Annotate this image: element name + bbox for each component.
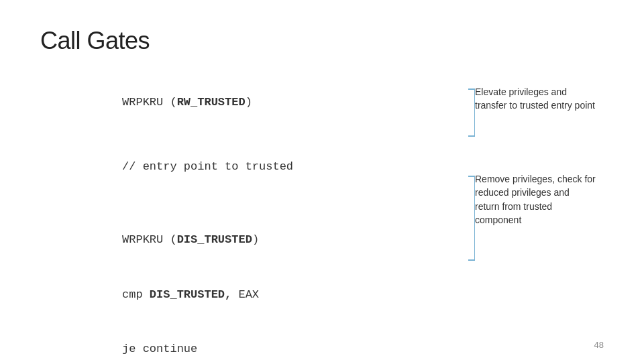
code-line-wrpkru-rw: WRPKRU (RW_TRUSTED) [54,75,456,130]
code-text-cmp-pre: cmp [122,288,150,301]
annotation-group-2: Remove privileges, check for reduced pri… [463,169,604,269]
code-text-dis-trusted-2: DIS_TRUSTED, [150,288,231,301]
code-text-wrpkru-rw-end: ) [246,96,252,109]
code-line-wrpkru-dis: WRPKRU (DIS_TRUSTED) [54,213,456,267]
code-text-wrpkru-dis-pre: WRPKRU ( [122,233,177,246]
bracket-1 [463,82,475,142]
slide-title: Call Gates [40,27,604,55]
code-line-je: je continue [54,322,456,362]
page-number: 48 [594,340,604,350]
code-text-wrpkru-dis-end: ) [252,233,259,246]
code-text-je: je continue [122,343,197,355]
bracket-2 [463,169,475,266]
annotation-text-1: Elevate privileges and transfer to trust… [475,82,596,113]
code-text-rw-trusted: RW_TRUSTED [177,96,246,109]
annotations-section: Elevate privileges and transfer to trust… [456,75,604,362]
code-block-1: WRPKRU (RW_TRUSTED) // entry point to tr… [54,75,456,194]
code-text-comment: // entry point to trusted [122,160,293,173]
content-area: WRPKRU (RW_TRUSTED) // entry point to tr… [40,75,604,362]
code-block-2: WRPKRU (DIS_TRUSTED) cmp DIS_TRUSTED, EA… [54,213,456,362]
code-section: WRPKRU (RW_TRUSTED) // entry point to tr… [40,75,456,362]
annotation-text-2: Remove privileges, check for reduced pri… [475,169,596,227]
annotation-group-1: Elevate privileges and transfer to trust… [463,82,604,142]
code-text-cmp-normal: EAX [231,288,259,301]
code-line-comment: // entry point to trusted [54,139,456,194]
code-text-wrpkru-rw-pre: WRPKRU ( [122,96,177,109]
slide: Call Gates WRPKRU (RW_TRUSTED) // entry … [0,0,644,362]
code-text-dis-trusted-1: DIS_TRUSTED [177,233,252,246]
code-line-cmp: cmp DIS_TRUSTED, EAX [54,267,456,322]
